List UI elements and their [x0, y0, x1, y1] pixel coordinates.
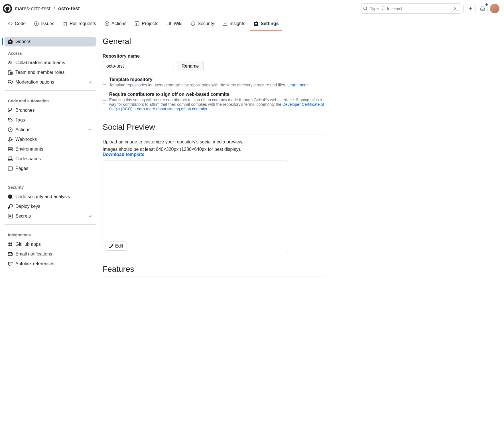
cross-reference-icon: [8, 261, 13, 266]
issue-icon: [34, 21, 39, 26]
tab-pulls[interactable]: Pull requests: [60, 17, 100, 31]
tab-actions[interactable]: Actions: [101, 17, 130, 31]
rename-button[interactable]: Rename: [177, 61, 204, 71]
shield-icon: [191, 21, 195, 26]
tab-code[interactable]: Code: [5, 17, 29, 31]
code-icon: [8, 21, 13, 26]
sidebar-item-email-notifications[interactable]: Email notifications: [5, 249, 96, 259]
create-new-button[interactable]: [466, 4, 475, 13]
git-pull-request-icon: [63, 21, 68, 26]
chevron-down-icon: [88, 127, 92, 132]
sidebar-item-actions[interactable]: Actions: [5, 125, 96, 135]
gear-icon: [8, 39, 13, 44]
settings-sidebar: General Access Collaborators and teams T…: [5, 37, 96, 281]
breadcrumb: mares-octo-test / octo-test: [15, 6, 80, 12]
search-input[interactable]: Type / to search: [361, 3, 461, 14]
key-asterisk-icon: [8, 214, 13, 218]
codescan-icon: [8, 194, 13, 199]
tag-icon: [8, 118, 13, 122]
features-title: Features: [103, 265, 325, 277]
sidebar-item-general[interactable]: General: [5, 37, 96, 46]
owner-link[interactable]: mares-octo-test: [15, 6, 50, 11]
social-desc-1: Upload an image to customize your reposi…: [103, 139, 325, 145]
tab-insights[interactable]: Insights: [219, 17, 249, 31]
template-label: Template repository: [109, 77, 309, 82]
sidebar-group-code: Code and automation: [5, 94, 96, 106]
signoff-label: Require contributors to sign off on web-…: [109, 92, 325, 97]
social-preview-title: Social Preview: [103, 123, 325, 135]
mail-icon: [8, 252, 13, 256]
learn-more-link[interactable]: Learn more.: [287, 83, 309, 87]
plus-icon: [468, 6, 473, 11]
repo-name-input[interactable]: [103, 61, 174, 71]
repo-link[interactable]: octo-test: [58, 6, 80, 11]
sidebar-group-integrations: Integrations: [5, 228, 96, 240]
git-branch-icon: [8, 108, 13, 113]
tab-settings[interactable]: Settings: [250, 17, 282, 31]
sidebar-item-tags[interactable]: Tags: [5, 115, 96, 125]
book-icon: [167, 21, 171, 26]
codespaces-icon: [8, 157, 13, 161]
gear-icon: [254, 21, 258, 26]
search-kbd: /: [381, 6, 385, 11]
webhook-icon: [8, 137, 13, 142]
repo-nav: Code Issues Pull requests Actions Projec…: [0, 17, 504, 31]
graph-icon: [223, 21, 227, 26]
tab-issues[interactable]: Issues: [31, 17, 58, 31]
inbox-icon: [480, 6, 485, 11]
tab-wiki[interactable]: Wiki: [163, 17, 186, 31]
github-logo[interactable]: [3, 4, 12, 13]
chevron-down-icon: [88, 214, 92, 218]
signoff-learn-link[interactable]: Learn more about signing off on commits: [135, 107, 207, 111]
sidebar-item-team-roles[interactable]: Team and member roles: [5, 68, 96, 77]
top-bar: mares-octo-test / octo-test Type / to se…: [0, 0, 504, 17]
sidebar-group-access: Access: [5, 46, 96, 58]
repo-name-label: Repository name: [103, 54, 325, 59]
template-checkbox[interactable]: [103, 78, 106, 87]
sidebar-item-pages[interactable]: Pages: [5, 164, 96, 173]
sidebar-item-code-security[interactable]: Code security and analysis: [5, 192, 96, 202]
notification-dot-icon: [485, 3, 488, 6]
signoff-checkbox[interactable]: [103, 93, 106, 111]
chevron-down-icon: [88, 80, 92, 84]
org-icon: [8, 70, 13, 75]
social-desc-2: Images should be at least 640×320px (128…: [103, 147, 325, 157]
sidebar-item-github-apps[interactable]: GitHub apps: [5, 240, 96, 249]
apps-icon: [8, 242, 13, 247]
template-desc: Template repositories let users generate…: [109, 83, 309, 87]
sidebar-item-secrets[interactable]: Secrets: [5, 211, 96, 221]
sidebar-group-security: Security: [5, 180, 96, 192]
avatar[interactable]: [490, 4, 499, 13]
sidebar-item-webhooks[interactable]: Webhooks: [5, 135, 96, 144]
people-icon: [8, 60, 13, 65]
social-preview-box: Edit: [103, 161, 288, 253]
tab-projects[interactable]: Projects: [131, 17, 162, 31]
edit-button[interactable]: Edit: [105, 242, 127, 251]
pencil-icon: [109, 244, 113, 248]
signoff-desc: Enabling this setting will require contr…: [109, 98, 325, 111]
comment-discussion-icon: [8, 80, 13, 84]
tab-security[interactable]: Security: [187, 17, 218, 31]
sidebar-item-environments[interactable]: Environments: [5, 144, 96, 154]
sidebar-item-autolink[interactable]: Autolink references: [5, 259, 96, 269]
play-icon: [105, 21, 109, 26]
search-icon: [363, 6, 368, 11]
sidebar-item-collaborators[interactable]: Collaborators and teams: [5, 58, 96, 68]
main-content: General Repository name Rename Template …: [103, 37, 325, 281]
sidebar-item-moderation[interactable]: Moderation options: [5, 77, 96, 87]
download-template-link[interactable]: Download template: [103, 152, 145, 157]
sidebar-item-branches[interactable]: Branches: [5, 106, 96, 115]
sidebar-item-deploy-keys[interactable]: Deploy keys: [5, 202, 96, 211]
browser-icon: [8, 166, 13, 171]
server-icon: [8, 147, 13, 151]
command-palette-icon[interactable]: [454, 6, 459, 11]
notifications-button[interactable]: [478, 4, 487, 13]
sidebar-item-codespaces[interactable]: Codespaces: [5, 154, 96, 164]
page-title: General: [103, 37, 325, 49]
play-icon: [8, 127, 13, 132]
key-icon: [8, 204, 13, 209]
table-icon: [135, 21, 139, 26]
